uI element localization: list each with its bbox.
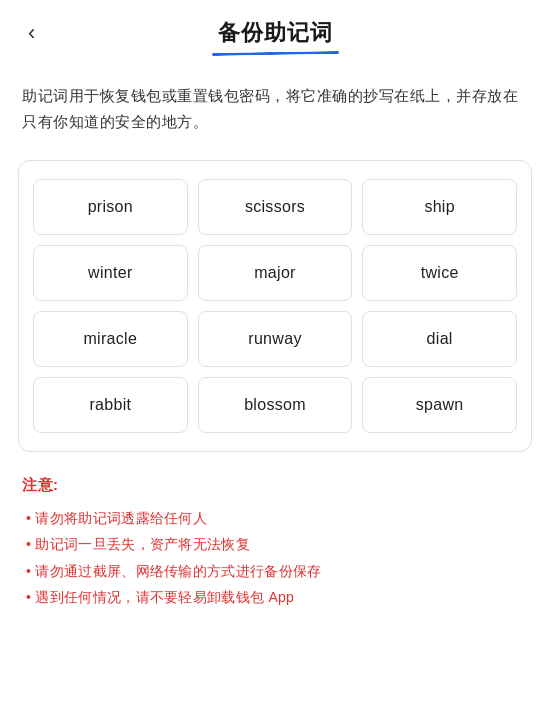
mnemonic-word: miracle bbox=[83, 330, 137, 348]
header: ‹ 备份助记词 bbox=[0, 0, 550, 65]
mnemonic-word: blossom bbox=[244, 396, 306, 414]
mnemonic-grid: prisonscissorsshipwintermajortwicemiracl… bbox=[25, 171, 525, 441]
mnemonic-word: ship bbox=[424, 198, 455, 216]
mnemonic-cell: blossom bbox=[198, 377, 353, 433]
mnemonic-cell: scissors bbox=[198, 179, 353, 235]
mnemonic-cell: winter bbox=[33, 245, 188, 301]
mnemonic-word: rabbit bbox=[89, 396, 131, 414]
mnemonic-cell: twice bbox=[362, 245, 517, 301]
mnemonic-word: runway bbox=[248, 330, 301, 348]
notice-item: 请勿将助记词透露给任何人 bbox=[22, 505, 528, 532]
description-text: 助记词用于恢复钱包或重置钱包密码，将它准确的抄写在纸上，并存放在只有你知道的安全… bbox=[0, 65, 550, 152]
title-underline bbox=[212, 51, 339, 56]
mnemonic-word: scissors bbox=[245, 198, 305, 216]
mnemonic-word: spawn bbox=[416, 396, 464, 414]
mnemonic-cell: major bbox=[198, 245, 353, 301]
notice-list: 请勿将助记词透露给任何人助记词一旦丢失，资产将无法恢复请勿通过截屏、网络传输的方… bbox=[22, 505, 528, 611]
mnemonic-word: twice bbox=[421, 264, 459, 282]
notice-title: 注意: bbox=[22, 476, 528, 495]
title-wrapper: 备份助记词 bbox=[218, 18, 333, 55]
mnemonic-word: major bbox=[254, 264, 296, 282]
mnemonic-cell: ship bbox=[362, 179, 517, 235]
notice-item: 遇到任何情况，请不要轻易卸载钱包 App bbox=[22, 584, 528, 611]
mnemonic-cell: dial bbox=[362, 311, 517, 367]
page-title: 备份助记词 bbox=[218, 18, 333, 48]
mnemonic-word: prison bbox=[88, 198, 133, 216]
mnemonic-word: dial bbox=[427, 330, 453, 348]
mnemonic-cell: rabbit bbox=[33, 377, 188, 433]
mnemonic-cell: spawn bbox=[362, 377, 517, 433]
notice-item: 请勿通过截屏、网络传输的方式进行备份保存 bbox=[22, 558, 528, 585]
mnemonic-cell: miracle bbox=[33, 311, 188, 367]
mnemonic-cell: prison bbox=[33, 179, 188, 235]
back-button[interactable]: ‹ bbox=[20, 18, 43, 48]
mnemonic-cell: runway bbox=[198, 311, 353, 367]
mnemonic-word: winter bbox=[88, 264, 132, 282]
mnemonic-grid-wrapper: prisonscissorsshipwintermajortwicemiracl… bbox=[18, 160, 532, 452]
notice-item: 助记词一旦丢失，资产将无法恢复 bbox=[22, 531, 528, 558]
notice-section: 注意: 请勿将助记词透露给任何人助记词一旦丢失，资产将无法恢复请勿通过截屏、网络… bbox=[0, 472, 550, 631]
